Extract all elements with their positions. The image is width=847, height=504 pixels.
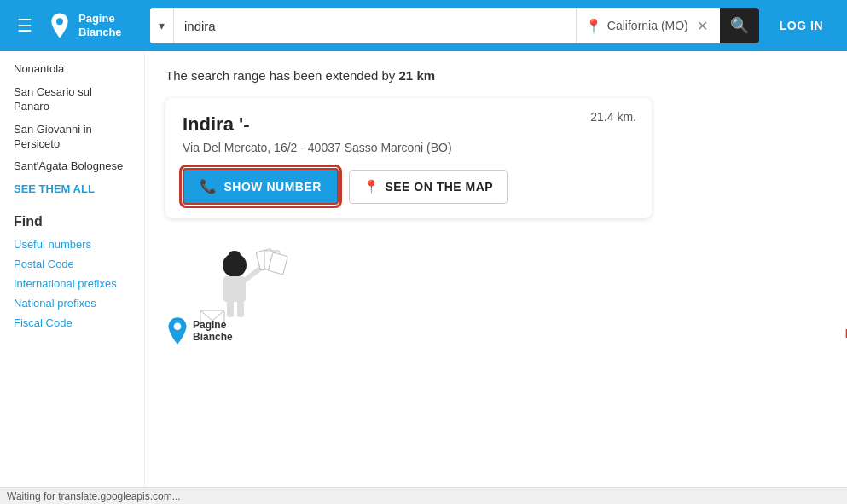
show-number-label: SHOW NUMBER bbox=[224, 180, 322, 194]
result-distance: 21.4 km. bbox=[590, 110, 636, 124]
result-address: Via Del Mercato, 16/2 - 40037 Sasso Marc… bbox=[183, 141, 635, 154]
sidebar-link-postal-code[interactable]: Postal Code bbox=[14, 254, 131, 274]
search-input[interactable] bbox=[174, 8, 576, 43]
logo-text: Pagine Bianche bbox=[78, 12, 122, 38]
svg-rect-9 bbox=[237, 300, 244, 317]
sidebar-link-useful-numbers[interactable]: Useful numbers bbox=[14, 235, 131, 254]
phone-icon: 📞 bbox=[200, 178, 218, 194]
svg-rect-3 bbox=[223, 276, 246, 302]
sidebar-city-san-giovanni[interactable]: San Giovanni in Persiceto bbox=[14, 119, 131, 156]
sidebar: Nonantola San Cesario sul Panaro San Gio… bbox=[0, 51, 145, 504]
see-on-map-button[interactable]: 📍 SEE ON THE MAP bbox=[349, 170, 508, 204]
sidebar-link-intl-prefixes[interactable]: International prefixes bbox=[14, 274, 131, 293]
dropdown-arrow-icon: ▾ bbox=[159, 19, 165, 32]
menu-icon[interactable]: ☰ bbox=[14, 12, 36, 39]
page-wrapper: ☰ Pagine Bianche ▾ 📍 California (MO) ✕ bbox=[0, 0, 847, 504]
sidebar-city-san-cesario[interactable]: San Cesario sul Panaro bbox=[14, 81, 131, 119]
map-pin-icon: 📍 bbox=[363, 179, 380, 194]
search-icon: 🔍 bbox=[730, 16, 749, 35]
search-type-dropdown[interactable]: ▾ bbox=[150, 8, 174, 43]
svg-point-2 bbox=[229, 251, 241, 259]
footer-section: Pagine Bianche Follow us on f 🐦 bbox=[145, 244, 847, 363]
sidebar-link-national-prefixes[interactable]: National prefixes bbox=[14, 293, 131, 313]
extended-km: 21 km bbox=[399, 68, 436, 83]
bottom-logo-text: Pagine Bianche bbox=[193, 319, 233, 344]
see-map-label: SEE ON THE MAP bbox=[385, 180, 493, 194]
logo-area[interactable]: Pagine Bianche bbox=[46, 12, 140, 39]
search-submit-button[interactable]: 🔍 bbox=[720, 8, 759, 43]
sidebar-city-santagata[interactable]: Sant'Agata Bolognese bbox=[14, 155, 131, 178]
login-button[interactable]: LOG IN bbox=[769, 19, 833, 32]
search-location: 📍 California (MO) ✕ bbox=[576, 8, 720, 43]
svg-rect-8 bbox=[227, 300, 234, 317]
status-bar: Waiting for translate.googleapis.com... bbox=[0, 487, 847, 504]
result-card: 21.4 km. Indira '- Via Del Mercato, 16/2… bbox=[165, 98, 652, 218]
clear-location-button[interactable]: ✕ bbox=[693, 18, 711, 34]
result-actions: 📞 SHOW NUMBER 📍 SEE ON THE MAP bbox=[183, 168, 635, 205]
sidebar-city-nonantola[interactable]: Nonantola bbox=[14, 58, 131, 81]
search-extended-message: The search range has been extended by 21… bbox=[165, 68, 847, 83]
svg-point-11 bbox=[174, 322, 182, 330]
header: ☰ Pagine Bianche ▾ 📍 California (MO) ✕ bbox=[0, 0, 847, 51]
location-pin-icon: 📍 bbox=[585, 18, 602, 34]
find-section-title: Find bbox=[14, 206, 131, 235]
show-number-button[interactable]: 📞 SHOW NUMBER bbox=[183, 168, 339, 205]
main-content: The search range has been extended by 21… bbox=[145, 51, 847, 504]
bottom-logo-pin-icon bbox=[165, 316, 189, 346]
location-value: California (MO) bbox=[607, 19, 688, 32]
main-layout: Nonantola San Cesario sul Panaro San Gio… bbox=[0, 51, 847, 504]
svg-point-0 bbox=[56, 18, 63, 25]
bottom-logo[interactable]: Pagine Bianche bbox=[165, 316, 233, 346]
result-name: Indira '- bbox=[183, 113, 635, 136]
see-them-all-link[interactable]: SEE THEM ALL bbox=[14, 178, 131, 206]
sidebar-link-fiscal-code[interactable]: Fiscal Code bbox=[14, 313, 131, 333]
logo-pin-icon bbox=[46, 12, 73, 39]
illustration-area: Pagine Bianche bbox=[145, 244, 847, 363]
status-text: Waiting for translate.googleapis.com... bbox=[7, 490, 181, 502]
search-bar: ▾ 📍 California (MO) ✕ 🔍 bbox=[150, 8, 759, 43]
